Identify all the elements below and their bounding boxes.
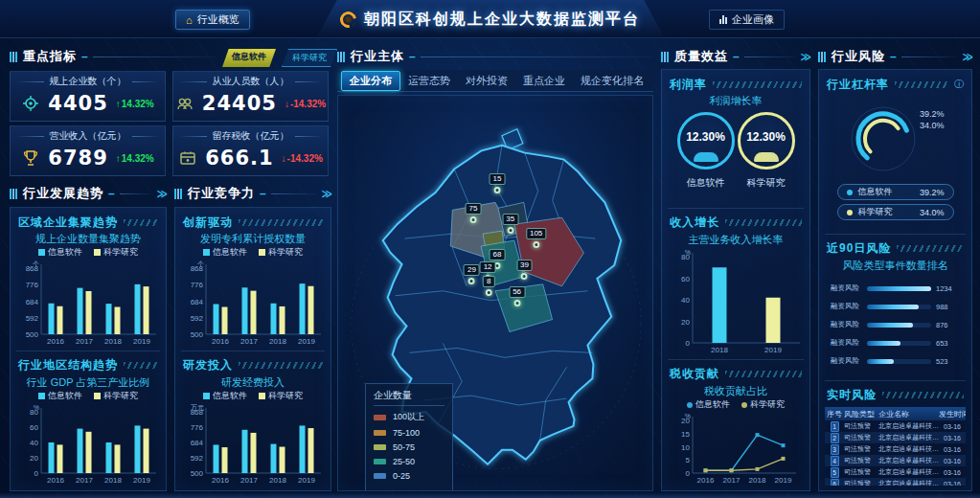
more-icon[interactable]: ≫ <box>800 51 810 63</box>
chart-gdp-ratio: 行业 GDP 占第三产业比例信息软件科学研究806040200%20162017… <box>16 375 160 486</box>
svg-text:20: 20 <box>681 318 690 327</box>
subsection-title: 创新驱动 <box>183 215 233 231</box>
bar <box>49 442 55 473</box>
tab-对外投资[interactable]: 对外投资 <box>458 72 515 90</box>
section-marker-icon <box>818 52 827 62</box>
marker-value: 8 <box>483 276 494 287</box>
key-indicator-filter-tags: 信息软件科学研究 <box>222 49 337 67</box>
map-marker-39[interactable]: 39 <box>516 260 533 280</box>
risk-bar-track <box>867 341 931 346</box>
svg-text:39.2%: 39.2% <box>920 109 945 119</box>
info-icon[interactable]: ⓘ <box>954 78 964 91</box>
map-marker-29[interactable]: 29 <box>464 264 480 284</box>
trophy-icon <box>21 148 40 168</box>
section-title: 行业发展趋势 <box>23 185 103 202</box>
svg-text:个: 个 <box>197 260 204 267</box>
subsection-region-cluster: 区域企业集聚趋势 <box>16 213 160 232</box>
tab-运营态势[interactable]: 运营态势 <box>400 72 458 90</box>
gauge-label: 信息软件 <box>687 176 725 190</box>
legend-item: 0-25 <box>374 471 444 481</box>
section-title: 重点指标 <box>23 48 77 65</box>
table-row[interactable]: 4司法预警北京启迪卓越科技有限公司03-16 <box>825 455 966 466</box>
marker-value: 75 <box>466 203 482 215</box>
stat-value: 4405 <box>48 92 107 115</box>
filter-tag-科学研究[interactable]: 科学研究 <box>282 49 337 67</box>
svg-text:500: 500 <box>191 469 204 478</box>
svg-text:0: 0 <box>34 469 39 478</box>
map-marker-35[interactable]: 35 <box>502 214 518 234</box>
marker-value: 29 <box>464 264 480 276</box>
section-title: 行业主体 <box>351 48 404 65</box>
data-point <box>730 468 734 472</box>
risk-bar-row: 融资风险988 <box>831 302 960 311</box>
tab-企业分布[interactable]: 企业分布 <box>341 71 400 91</box>
legend-swatch <box>374 444 386 450</box>
table-row[interactable]: 3司法预警北京启迪卓越科技有限公司03-16 <box>825 443 966 455</box>
hatch-decoration <box>725 219 802 226</box>
table-row[interactable]: 2司法预警北京启迪卓越科技有限公司03-16 <box>825 432 966 443</box>
section-header-key-indicators: 重点指标 – <box>10 48 216 65</box>
chart-legend: 信息软件科学研究 <box>181 390 325 402</box>
map-marker-15[interactable]: 15 <box>490 173 506 193</box>
legend-item: 25-50 <box>374 457 444 466</box>
risk-bar-row: 融资风险523 <box>831 356 960 366</box>
section-marker-icon <box>10 189 18 199</box>
legend-swatch <box>374 459 386 464</box>
more-icon[interactable]: ≫ <box>321 188 331 200</box>
tab-重点企业[interactable]: 重点企业 <box>515 72 573 90</box>
svg-text:592: 592 <box>191 314 204 323</box>
risk-bar-row: 融资风险653 <box>831 338 960 348</box>
marker-value: 35 <box>502 214 518 225</box>
risk-bar-value: 523 <box>936 357 960 366</box>
subsection-recent-risk: 近90日风险 <box>825 234 966 259</box>
subsection-title: 利润率 <box>670 77 707 93</box>
legend-entry: 科学研究 <box>259 390 303 402</box>
gauge-value: 12.30% <box>746 130 786 144</box>
table-row[interactable]: 5司法预警北京启迪卓越科技有限公司03-16 <box>825 466 966 478</box>
tab-规企变化排名[interactable]: 规企变化排名 <box>573 72 651 90</box>
map-panel: 15753510568392912856 企业数量 100以上75-10050-… <box>337 95 653 491</box>
svg-text:15: 15 <box>681 430 690 439</box>
chart-cluster-trend: 规上企业数量集聚趋势信息软件科学研究868776684592500个201620… <box>16 232 160 347</box>
risk-bar-fill <box>867 286 931 291</box>
filter-tag-信息软件[interactable]: 信息软件 <box>222 49 276 67</box>
map-marker-105[interactable]: 105 <box>526 228 546 248</box>
nav-enterprise-profile-button[interactable]: 企业画像 <box>709 10 785 30</box>
page-title: 朝阳区科创规上企业大数据监测平台 <box>364 10 640 30</box>
map-marker-8[interactable]: 8 <box>483 276 494 296</box>
data-point <box>756 433 760 437</box>
legend-label: 50-75 <box>393 442 415 452</box>
svg-text:%: % <box>34 404 39 411</box>
subsection-title: 税收贡献 <box>670 366 719 382</box>
bar <box>308 286 314 334</box>
svg-text:776: 776 <box>191 281 204 289</box>
time-cell: 03-16 <box>939 469 966 476</box>
column-header: 发生时间 <box>939 409 966 419</box>
legend-entry: 信息软件 <box>38 246 82 259</box>
svg-text:2019: 2019 <box>133 476 150 485</box>
subsection-innovation: 创新驱动 <box>181 213 325 232</box>
data-point <box>704 468 708 472</box>
section-marker-icon <box>10 52 18 62</box>
legend-entry: 科学研究 <box>94 390 138 402</box>
bar <box>271 444 277 473</box>
map-marker-75[interactable]: 75 <box>466 203 482 223</box>
company-cell: 北京启迪卓越科技有限公司 <box>878 479 939 486</box>
svg-text:2019: 2019 <box>775 476 792 485</box>
bar <box>78 429 83 473</box>
map-marker-56[interactable]: 56 <box>509 286 525 306</box>
table-row[interactable]: 6司法预警北京启迪卓越科技有限公司03-16 <box>825 478 966 486</box>
line-series <box>706 435 784 470</box>
bar <box>214 444 219 473</box>
more-icon[interactable]: ≫ <box>156 188 167 200</box>
dash-icon: – <box>81 50 88 63</box>
chart-tax-contribution: 税收贡献占比信息软件科学研究20151050%2016201720182019 <box>668 384 804 486</box>
bar <box>300 425 306 473</box>
bar <box>280 306 285 334</box>
svg-text:684: 684 <box>191 439 204 447</box>
time-cell: 03-16 <box>939 458 966 464</box>
svg-text:5: 5 <box>686 456 691 464</box>
subsection-title: 近90日风险 <box>827 240 891 257</box>
table-row[interactable]: 1司法预警北京启迪卓越科技有限公司03-16 <box>825 420 966 432</box>
more-icon[interactable]: ≫ <box>962 51 972 63</box>
